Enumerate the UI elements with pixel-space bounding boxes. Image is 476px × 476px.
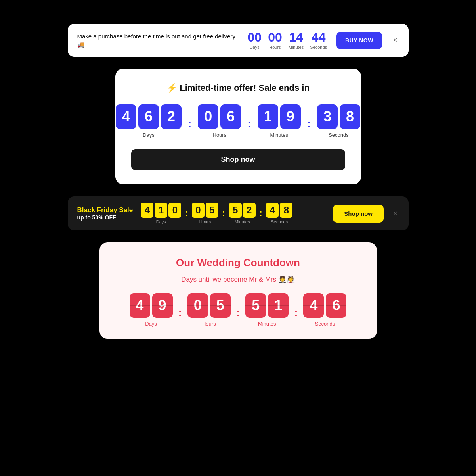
w3-colon-2: :	[222, 209, 225, 224]
widget-2-minutes-digits: 1 9	[258, 104, 301, 129]
w3-digit-hours-2: 5	[206, 203, 218, 218]
w3-digit-hours-1: 0	[192, 203, 205, 218]
w4-digit-minutes-1: 5	[245, 293, 266, 318]
widget-2-hours-digits: 0 6	[198, 104, 241, 129]
widget-4-hours-label: Hours	[202, 321, 216, 327]
digit-seconds-2: 8	[340, 104, 360, 129]
widget-4-title: Our Wedding Countdown	[176, 257, 300, 269]
widget-2-days-digits: 4 6 2	[116, 104, 182, 129]
widget-1-days: 00 Days	[248, 31, 262, 50]
widget-1-days-value: 00	[248, 31, 262, 44]
w4-digit-seconds-1: 4	[303, 293, 324, 318]
widget-2-shop-button[interactable]: Shop now	[131, 149, 345, 170]
widget-4-seconds-digits: 4 6	[303, 293, 346, 318]
widget-3-bf-banner: Black Friday Sale up to 50% OFF 4 1 0 Da…	[68, 196, 409, 230]
widget-3-minutes: 5 2 Minutes	[229, 203, 256, 224]
w4-digit-seconds-2: 6	[326, 293, 346, 318]
w3-colon-1: :	[185, 209, 188, 224]
w4-digit-days-2: 9	[152, 293, 173, 318]
colon-2: :	[247, 117, 251, 138]
digit-seconds-1: 3	[317, 104, 338, 129]
w4-colon-3: :	[294, 306, 298, 327]
widget-4-days: 4 9 Days	[130, 293, 173, 327]
widget-2-minutes-label: Minutes	[270, 132, 288, 138]
widget-4-seconds: 4 6 Seconds	[303, 293, 346, 327]
digit-days-1: 4	[116, 104, 136, 129]
w4-colon-2: :	[236, 306, 240, 327]
widget-3-seconds-digits: 4 8	[266, 203, 292, 218]
widget-3-title-main: Black Friday Sale	[77, 206, 133, 214]
widget-3-hours: 0 5 Hours	[192, 203, 218, 224]
widget-2-timer: 4 6 2 Days : 0 6 Hours : 1 9 Minutes : 3	[116, 104, 360, 138]
w3-colon-3: :	[260, 209, 262, 224]
widget-2-hours-label: Hours	[213, 132, 227, 138]
widget-4-minutes: 5 1 Minutes	[245, 293, 289, 327]
w3-digit-days-2: 1	[155, 203, 167, 218]
w3-digit-minutes-2: 2	[243, 203, 256, 218]
digit-minutes-2: 9	[280, 104, 301, 129]
w4-colon-1: :	[178, 306, 182, 327]
colon-1: :	[188, 117, 191, 138]
widget-2-seconds-digits: 3 8	[317, 104, 360, 129]
widget-1-message: Make a purchase before the time is out a…	[77, 32, 238, 49]
widget-2-days: 4 6 2 Days	[116, 104, 182, 138]
widget-3-days-label: Days	[156, 219, 166, 224]
widget-1-days-label: Days	[250, 45, 260, 50]
widget-3-seconds-label: Seconds	[271, 219, 288, 224]
w4-digit-days-1: 4	[130, 293, 150, 318]
widget-3-title: Black Friday Sale up to 50% OFF	[77, 206, 133, 221]
digit-hours-1: 0	[198, 104, 218, 129]
widget-3-hours-label: Hours	[199, 219, 211, 224]
buy-now-button[interactable]: BUY NOW	[336, 32, 382, 49]
widget-2-minutes: 1 9 Minutes	[258, 104, 301, 138]
widget-3-minutes-digits: 5 2	[229, 203, 256, 218]
widget-1-minutes-label: Minutes	[289, 45, 304, 50]
w3-digit-minutes-1: 5	[229, 203, 242, 218]
widget-3-shop-button[interactable]: Shop now	[333, 205, 384, 223]
widget-2-seconds: 3 8 Seconds	[317, 104, 360, 138]
widget-1-close-button[interactable]: ×	[392, 35, 399, 46]
widget-3-hours-digits: 0 5	[192, 203, 218, 218]
widget-4-wedding: Our Wedding Countdown Days until we beco…	[99, 242, 377, 339]
widget-3-title-sub: up to 50% OFF	[77, 214, 133, 221]
widget-2-hours: 0 6 Hours	[198, 104, 241, 138]
widget-1-seconds: 44 Seconds	[310, 31, 327, 50]
widget-1-hours-label: Hours	[269, 45, 281, 50]
widget-2-card: ⚡ Limited-time offer! Sale ends in 4 6 2…	[115, 69, 361, 184]
widget-4-minutes-label: Minutes	[258, 321, 276, 327]
widget-1-minutes-value: 14	[289, 31, 303, 44]
w3-digit-days-1: 4	[141, 203, 153, 218]
w3-digit-days-3: 0	[168, 203, 181, 218]
widget-1-hours: 00 Hours	[268, 31, 282, 50]
colon-3: :	[307, 117, 311, 138]
widget-1-seconds-value: 44	[312, 31, 326, 44]
w4-digit-hours-2: 5	[210, 293, 231, 318]
widget-4-minutes-digits: 5 1	[245, 293, 289, 318]
widget-3-days-digits: 4 1 0	[141, 203, 181, 218]
digit-days-2: 6	[138, 104, 159, 129]
widget-3-days: 4 1 0 Days	[141, 203, 181, 224]
widget-4-days-label: Days	[145, 321, 157, 327]
widget-3-minutes-label: Minutes	[235, 219, 250, 224]
w4-digit-minutes-2: 1	[268, 293, 289, 318]
widget-3-timer: 4 1 0 Days : 0 5 Hours : 5 2 Minutes : 4	[141, 203, 325, 224]
widget-3-seconds: 4 8 Seconds	[266, 203, 292, 224]
widget-2-days-label: Days	[143, 132, 155, 138]
widget-1-banner: Make a purchase before the time is out a…	[68, 24, 409, 57]
widget-4-subtitle: Days until we become Mr & Mrs 🤵👰	[181, 275, 295, 284]
w3-digit-seconds-2: 8	[280, 203, 292, 218]
widget-4-hours-digits: 0 5	[187, 293, 231, 318]
widget-1-minutes: 14 Minutes	[289, 31, 304, 50]
widget-2-headline: ⚡ Limited-time offer! Sale ends in	[166, 83, 310, 93]
widget-3-close-button[interactable]: ×	[392, 208, 399, 219]
widget-1-timer: 00 Days 00 Hours 14 Minutes 44 Seconds	[248, 31, 327, 50]
widget-4-hours: 0 5 Hours	[187, 293, 231, 327]
widget-1-seconds-label: Seconds	[310, 45, 327, 50]
digit-hours-2: 6	[220, 104, 241, 129]
w4-digit-hours-1: 0	[187, 293, 208, 318]
digit-minutes-1: 1	[258, 104, 278, 129]
widget-1-hours-value: 00	[268, 31, 282, 44]
widget-2-seconds-label: Seconds	[329, 132, 349, 138]
widget-4-seconds-label: Seconds	[315, 321, 335, 327]
widget-4-days-digits: 4 9	[130, 293, 173, 318]
